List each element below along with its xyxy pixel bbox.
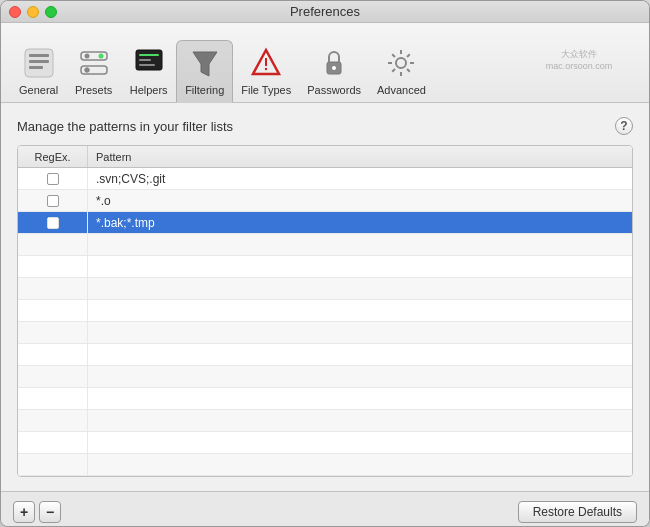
regex-cell <box>18 300 88 321</box>
pattern-cell[interactable] <box>88 410 632 431</box>
pattern-cell[interactable] <box>88 344 632 365</box>
svg-marker-14 <box>193 52 217 76</box>
toolbar-item-general[interactable]: General <box>11 41 66 102</box>
svg-point-20 <box>396 58 406 68</box>
content-area: Manage the patterns in your filter lists… <box>1 103 649 491</box>
pattern-cell[interactable] <box>88 388 632 409</box>
toolbar-item-presets[interactable]: Presets <box>66 41 121 102</box>
pattern-cell[interactable] <box>88 234 632 255</box>
regex-checkbox[interactable] <box>47 195 59 207</box>
table-header: RegEx. Pattern <box>18 146 632 168</box>
helpers-label: Helpers <box>130 84 168 96</box>
regex-cell <box>18 234 88 255</box>
pattern-cell[interactable] <box>88 454 632 475</box>
presets-label: Presets <box>75 84 112 96</box>
regex-cell <box>18 410 88 431</box>
pattern-column-header: Pattern <box>88 146 632 167</box>
toolbar-item-file-types[interactable]: File Types <box>233 41 299 102</box>
toolbar-item-helpers[interactable]: Helpers <box>121 41 176 102</box>
table-row[interactable] <box>18 366 632 388</box>
pattern-cell[interactable] <box>88 300 632 321</box>
content-header: Manage the patterns in your filter lists… <box>17 117 633 135</box>
table-body: .svn;CVS;.git *.o *.bak;*.tmp <box>18 168 632 476</box>
advanced-label: Advanced <box>377 84 426 96</box>
svg-line-26 <box>407 69 410 72</box>
svg-rect-2 <box>29 60 49 63</box>
footer-left: + − <box>13 501 61 523</box>
pattern-cell[interactable] <box>88 256 632 277</box>
regex-cell <box>18 388 88 409</box>
preferences-window: Preferences General <box>0 0 650 527</box>
table-row[interactable] <box>18 300 632 322</box>
table-row[interactable] <box>18 344 632 366</box>
regex-cell <box>18 454 88 475</box>
add-button[interactable]: + <box>13 501 35 523</box>
toolbar: General Presets <box>1 23 649 103</box>
regex-cell <box>18 322 88 343</box>
table-row[interactable] <box>18 410 632 432</box>
minimize-button[interactable] <box>27 6 39 18</box>
regex-cell <box>18 278 88 299</box>
table-row[interactable] <box>18 322 632 344</box>
svg-point-17 <box>265 68 267 70</box>
table-row[interactable]: .svn;CVS;.git <box>18 168 632 190</box>
table-row[interactable] <box>18 454 632 476</box>
regex-cell <box>18 432 88 453</box>
table-row[interactable] <box>18 278 632 300</box>
table-row[interactable] <box>18 388 632 410</box>
window-title: Preferences <box>290 4 360 19</box>
table-row-selected[interactable]: *.bak;*.tmp <box>18 212 632 234</box>
regex-checkbox[interactable] <box>47 217 59 229</box>
pattern-cell[interactable]: .svn;CVS;.git <box>88 168 632 189</box>
regex-cell <box>18 190 88 211</box>
content-title: Manage the patterns in your filter lists <box>17 119 233 134</box>
svg-rect-11 <box>139 54 159 56</box>
svg-rect-12 <box>139 59 151 61</box>
watermark: 大众软件mac.orsoon.com <box>519 31 639 91</box>
filtering-icon <box>187 45 223 81</box>
close-button[interactable] <box>9 6 21 18</box>
regex-cell <box>18 212 88 233</box>
toolbar-item-passwords[interactable]: Passwords <box>299 41 369 102</box>
svg-rect-13 <box>139 64 155 66</box>
filter-table: RegEx. Pattern .svn;CVS;.git <box>17 145 633 477</box>
svg-rect-3 <box>29 66 43 69</box>
pattern-cell[interactable] <box>88 322 632 343</box>
table-row[interactable]: *.o <box>18 190 632 212</box>
regex-cell <box>18 366 88 387</box>
svg-point-19 <box>332 66 336 70</box>
regex-column-header: RegEx. <box>18 146 88 167</box>
regex-cell <box>18 256 88 277</box>
traffic-lights <box>9 6 57 18</box>
svg-line-25 <box>393 54 396 57</box>
table-row[interactable] <box>18 234 632 256</box>
general-icon <box>21 45 57 81</box>
file-types-label: File Types <box>241 84 291 96</box>
pattern-cell[interactable]: *.o <box>88 190 632 211</box>
toolbar-item-advanced[interactable]: Advanced <box>369 41 434 102</box>
presets-icon <box>76 45 112 81</box>
regex-cell <box>18 168 88 189</box>
general-label: General <box>19 84 58 96</box>
table-row[interactable] <box>18 256 632 278</box>
pattern-cell[interactable]: *.bak;*.tmp <box>88 212 632 233</box>
passwords-icon <box>316 45 352 81</box>
pattern-cell[interactable] <box>88 432 632 453</box>
table-row[interactable] <box>18 432 632 454</box>
regex-cell <box>18 344 88 365</box>
maximize-button[interactable] <box>45 6 57 18</box>
helpers-icon <box>131 45 167 81</box>
restore-defaults-button[interactable]: Restore Defaults <box>518 501 637 523</box>
footer: + − Restore Defaults <box>1 491 649 527</box>
svg-point-8 <box>98 54 103 59</box>
title-bar: Preferences <box>1 1 649 23</box>
advanced-icon <box>383 45 419 81</box>
filtering-label: Filtering <box>185 84 224 96</box>
regex-checkbox[interactable] <box>47 173 59 185</box>
help-button[interactable]: ? <box>615 117 633 135</box>
remove-button[interactable]: − <box>39 501 61 523</box>
file-types-icon <box>248 45 284 81</box>
pattern-cell[interactable] <box>88 278 632 299</box>
toolbar-item-filtering[interactable]: Filtering <box>176 40 233 103</box>
pattern-cell[interactable] <box>88 366 632 387</box>
